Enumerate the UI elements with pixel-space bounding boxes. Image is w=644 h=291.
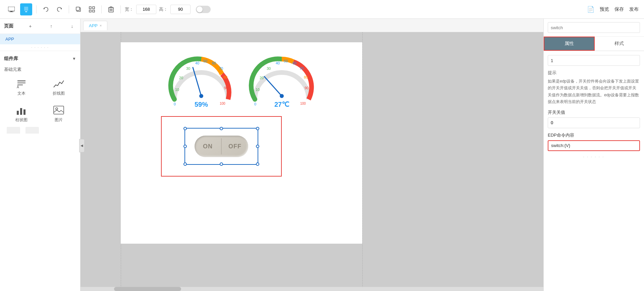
width-label: 宽： <box>125 6 133 12</box>
move-page-up-button[interactable]: ↑ <box>47 22 55 30</box>
svg-text:90: 90 <box>224 86 228 90</box>
text-comp-icon: A <box>15 78 28 90</box>
image-comp-icon <box>52 104 65 116</box>
hint-section: 提示 如果是edp设备，开关控件将会向设备下发上面设置的开关开值或开关关值，否则… <box>548 70 640 105</box>
handle-bottom-middle[interactable] <box>220 162 223 166</box>
tab-style[interactable]: 样式 <box>595 37 644 51</box>
component-library: 组件库 ▼ 基础元素 A 文本 折线图 <box>0 51 80 291</box>
canvas-tab-app[interactable]: APP × <box>83 21 107 30</box>
divider-4 <box>120 5 121 13</box>
svg-rect-1 <box>10 11 12 12</box>
width-input[interactable] <box>136 5 156 14</box>
desktop-device-btn[interactable] <box>5 3 17 15</box>
svg-text:A: A <box>17 85 19 89</box>
undo-button[interactable] <box>41 4 51 15</box>
handle-top-right[interactable] <box>256 127 259 130</box>
pages-drag-handle: · · · · · · <box>0 44 80 51</box>
tab-properties[interactable]: 属性 <box>544 37 595 51</box>
sidebar-collapse-btn[interactable]: ◀ <box>79 139 85 152</box>
save-button[interactable]: 保存 <box>614 6 624 12</box>
search-input[interactable] <box>548 22 640 33</box>
svg-text:0: 0 <box>254 102 256 106</box>
svg-rect-27 <box>54 106 64 114</box>
svg-point-41 <box>199 94 203 98</box>
bottom-drag-handle: · · · · · · <box>548 154 640 160</box>
handle-middle-right[interactable] <box>256 145 259 148</box>
delete-button[interactable] <box>106 4 116 15</box>
canvas-tab-close[interactable]: × <box>100 23 102 28</box>
canvas-area: APP × <box>80 19 543 291</box>
svg-rect-4 <box>25 11 27 12</box>
line-chart-icon <box>52 78 65 90</box>
mobile-device-btn[interactable] <box>20 3 32 15</box>
svg-rect-13 <box>93 10 95 12</box>
comp-item-bar-chart[interactable]: 柱状图 <box>4 102 39 126</box>
edp-label: EDP命令内容 <box>548 132 640 138</box>
svg-rect-9 <box>76 7 79 10</box>
comp-line-chart-label: 折线图 <box>53 91 65 96</box>
comp-lib-header[interactable]: 组件库 ▼ <box>4 54 76 64</box>
handle-top-left[interactable] <box>183 127 187 130</box>
svg-rect-24 <box>17 111 19 115</box>
comp-item-image[interactable]: 图片 <box>42 102 76 126</box>
switch-widget[interactable]: ON OFF <box>195 136 248 157</box>
svg-point-55 <box>280 94 284 98</box>
hint-title: 提示 <box>548 70 640 76</box>
component-grid: A 文本 折线图 柱状图 <box>4 74 76 127</box>
svg-rect-11 <box>93 7 95 9</box>
handle-bottom-left[interactable] <box>183 162 187 166</box>
comp-text-label: 文本 <box>17 91 25 96</box>
page-item-app[interactable]: APP <box>0 34 80 44</box>
publish-button[interactable]: 发布 <box>629 6 639 12</box>
handle-middle-left[interactable] <box>183 145 187 148</box>
guide-line-right <box>362 32 363 291</box>
svg-rect-5 <box>24 7 28 11</box>
svg-text:60: 60 <box>292 61 297 65</box>
add-page-button[interactable]: + <box>26 22 34 30</box>
preview-toggle[interactable] <box>196 6 211 13</box>
copy-button[interactable] <box>73 4 84 15</box>
height-label: 高： <box>159 6 168 12</box>
divider-2 <box>69 5 69 13</box>
svg-text:80: 80 <box>223 75 227 79</box>
svg-line-54 <box>264 77 282 96</box>
svg-text:50: 50 <box>284 59 288 63</box>
svg-rect-2 <box>9 12 13 12</box>
svg-rect-0 <box>8 7 15 11</box>
canvas-content[interactable]: 0 10 20 30 40 50 60 70 80 90 100 <box>80 32 543 291</box>
svg-text:50: 50 <box>203 59 207 63</box>
switch-inner-selection[interactable]: ON OFF <box>184 128 258 165</box>
comp-item-line-chart[interactable]: 折线图 <box>42 75 76 99</box>
document-icon: 📄 <box>587 6 594 13</box>
preview-button[interactable]: 预览 <box>600 6 609 12</box>
redo-button[interactable] <box>54 4 65 15</box>
close-value-input[interactable] <box>548 117 640 128</box>
comp-bar-chart-label: 柱状图 <box>15 117 28 123</box>
value-input[interactable] <box>548 55 640 66</box>
chevron-down-icon: ▼ <box>72 56 76 61</box>
svg-rect-26 <box>23 109 25 115</box>
edp-input[interactable] <box>548 140 640 151</box>
hint-text: 如果是edp设备，开关控件将会向设备下发上面设置的开关开值或开关关值，否则会把开… <box>548 78 640 105</box>
handle-top-middle[interactable] <box>220 127 223 130</box>
grid-button[interactable] <box>87 4 97 15</box>
canvas-scrollbar[interactable] <box>80 287 543 291</box>
right-tabs: 属性 样式 <box>544 37 644 51</box>
right-panel: 属性 样式 提示 如果是edp设备，开关控件将会向设备下发上面设置的开关开值或开… <box>543 19 644 291</box>
comp-image-label: 图片 <box>55 117 63 123</box>
svg-text:40: 40 <box>276 61 280 65</box>
svg-text:60: 60 <box>212 61 216 65</box>
comp-item-text[interactable]: A 文本 <box>4 75 39 99</box>
svg-text:10: 10 <box>256 88 260 92</box>
svg-text:20: 20 <box>179 76 183 80</box>
divider-1 <box>36 5 37 13</box>
svg-text:27℃: 27℃ <box>274 101 289 108</box>
move-page-down-button[interactable]: ↓ <box>68 22 76 30</box>
svg-text:30: 30 <box>267 66 271 70</box>
edp-section: EDP命令内容 <box>548 132 640 151</box>
height-input[interactable] <box>170 5 191 14</box>
svg-text:59%: 59% <box>195 101 208 108</box>
svg-text:70: 70 <box>219 66 223 70</box>
right-search <box>544 19 644 37</box>
handle-bottom-right[interactable] <box>256 162 259 166</box>
